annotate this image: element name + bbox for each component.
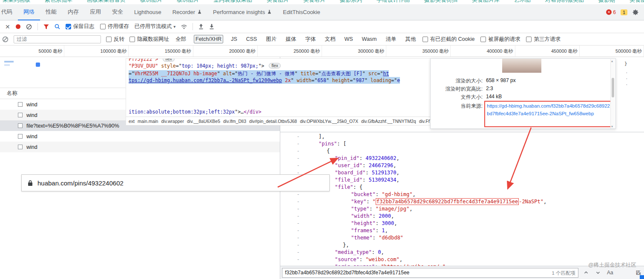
- console-error-badge[interactable]: ✕ 6: [606, 9, 616, 15]
- fold-marker[interactable]: -: [296, 198, 301, 205]
- console-warning-badge[interactable]: 1: [621, 9, 627, 15]
- devtools-tab-sources[interactable]: 代码: [0, 4, 18, 20]
- devtools-tab-application[interactable]: 应用: [84, 4, 106, 20]
- match-case-button[interactable]: Aa: [606, 269, 615, 276]
- import-har-icon[interactable]: [198, 24, 204, 29]
- elements-code-line[interactable]: ition:absolute;bottom:32px;left:32px">…<…: [126, 108, 430, 115]
- hide-data-urls-toggle[interactable]: 隐藏数据网址: [129, 36, 169, 43]
- devtools-tab-security[interactable]: 安全: [106, 4, 129, 20]
- filter-toggle-blocked-requests[interactable]: 被屏蔽的请求: [480, 36, 520, 43]
- fold-marker[interactable]: -: [296, 148, 301, 155]
- breadcrumb-item[interactable]: main.main: [138, 119, 158, 124]
- filter-toggle-third-party[interactable]: 第三方请求: [526, 36, 561, 43]
- elements-code-line[interactable]: "P3UV_DUU" style="top: 104px; height: 98…: [126, 63, 430, 69]
- scroll-down-icon[interactable]: ▾: [611, 125, 613, 128]
- background-page-link[interactable]: 手绘设计作品: [377, 0, 410, 4]
- background-page-link[interactable]: 艺术图: [514, 0, 531, 4]
- background-page-link[interactable]: 画板采集自首页: [87, 0, 126, 4]
- background-page-link[interactable]: 美食名片: [303, 0, 325, 4]
- throttling-select[interactable]: 已停用节流模式 ▾: [135, 23, 176, 30]
- devtools-tab-performance[interactable]: 性能: [40, 4, 62, 20]
- network-conditions-icon[interactable]: [181, 24, 187, 29]
- search-input[interactable]: [282, 268, 578, 277]
- filter-input[interactable]: [14, 35, 101, 43]
- background-page-link[interactable]: 摄影期: [598, 0, 615, 4]
- background-page-link[interactable]: 板绣图片: [140, 0, 162, 4]
- request-type-filter-css[interactable]: CSS: [245, 35, 259, 43]
- breadcrumb-item[interactable]: div.__8aU6XBe5: [187, 119, 220, 124]
- request-type-filter-other[interactable]: 其他: [404, 35, 417, 44]
- devtools-tab-memory[interactable]: 内存: [62, 4, 84, 20]
- request-type-filter-font[interactable]: 字体: [304, 35, 317, 44]
- disable-cache-toggle[interactable]: 停用缓存: [100, 23, 129, 30]
- request-type-filter-js[interactable]: JS: [230, 35, 239, 43]
- search-icon[interactable]: [55, 24, 60, 29]
- fold-marker[interactable]: -: [296, 227, 301, 234]
- fold-marker[interactable]: -: [296, 220, 301, 227]
- background-page-link[interactable]: 对着你的微笑图: [545, 0, 584, 4]
- request-type-filter-all[interactable]: 全部: [174, 35, 187, 44]
- scroll-up-icon[interactable]: ▴: [611, 59, 613, 63]
- request-type-filter-img[interactable]: 图片: [264, 35, 278, 44]
- elements-code-line[interactable]: ="VhrMZ55M __7I2QN7oJ hb-image" alt="热门 …: [126, 70, 430, 77]
- background-page-link[interactable]: 采集到画板: [3, 0, 30, 4]
- devtools-tab-performance-insights[interactable]: Performance insights: [207, 4, 277, 20]
- devtools-tab-network[interactable]: 网络: [18, 4, 40, 20]
- background-page-link[interactable]: 美食图片库: [472, 0, 500, 4]
- next-match-button[interactable]: [594, 268, 602, 277]
- background-page-link[interactable]: 板绣图片: [177, 0, 199, 4]
- fold-marker[interactable]: -: [296, 242, 301, 249]
- scrollbar-thumb[interactable]: [612, 78, 614, 97]
- breadcrumb-item[interactable]: ext: [129, 119, 135, 124]
- fold-marker[interactable]: -: [296, 191, 301, 198]
- filter-funnel-icon[interactable]: [43, 24, 49, 29]
- request-type-filter-ws[interactable]: WS: [343, 35, 354, 43]
- fold-marker[interactable]: -: [296, 140, 301, 148]
- fold-marker[interactable]: -: [296, 256, 301, 263]
- close-icon[interactable]: ✕: [5, 24, 10, 30]
- previous-match-button[interactable]: [582, 268, 590, 277]
- request-row[interactable]: wind: [0, 131, 280, 142]
- fold-marker[interactable]: -: [296, 249, 301, 256]
- devtools-tab-editthiscookie[interactable]: EditThisCookie: [277, 4, 325, 20]
- fold-marker[interactable]: -: [296, 213, 301, 220]
- elements-code-line[interactable]: tps://gd-hbimg.huaban.com/f32bb7a…-2NaSP…: [126, 77, 430, 84]
- tooltip-scrollbar[interactable]: ▴ ▾: [610, 59, 615, 128]
- background-page-link[interactable]: 紫色系仙草: [45, 0, 72, 4]
- request-type-filter-manifest[interactable]: 清单: [385, 35, 398, 44]
- fold-marker[interactable]: -: [296, 205, 301, 213]
- background-page-link[interactable]: 美食图片: [630, 0, 644, 4]
- background-page-link[interactable]: 美食图片: [267, 0, 289, 4]
- breadcrumb-item[interactable]: div.lfm_DlI3: [223, 119, 246, 124]
- request-type-filter-doc[interactable]: 文档: [323, 35, 336, 44]
- settings-gear-icon[interactable]: [632, 9, 639, 16]
- devtools-tab-recorder[interactable]: Recorder: [167, 4, 207, 20]
- devtools-tab-lighthouse[interactable]: Lighthouse: [129, 4, 167, 20]
- response-json-viewer[interactable]: -],-"pins": [-{-"pin_id": 4932240602,-"u…: [280, 132, 644, 266]
- clear-network-log-icon[interactable]: [26, 24, 32, 30]
- background-page-link[interactable]: 室内装修效果图: [213, 0, 252, 4]
- request-type-filter-fetch-xhr[interactable]: Fetch/XHR: [194, 35, 223, 43]
- preserve-log-toggle[interactable]: 保留日志: [66, 23, 95, 30]
- request-type-filter-media[interactable]: 媒体: [284, 35, 297, 44]
- breadcrumb-item[interactable]: div.OPWXbLYw.__25k0_O7X: [300, 119, 358, 124]
- invert-filter-toggle[interactable]: 反转: [106, 36, 124, 43]
- fold-marker[interactable]: -: [296, 162, 301, 169]
- record-icon[interactable]: [16, 24, 20, 29]
- breadcrumb-item[interactable]: div#pin_detail.Otbv5J68: [249, 119, 297, 124]
- fold-marker[interactable]: -: [296, 155, 301, 162]
- request-type-filter-wasm[interactable]: Wasm: [361, 35, 378, 43]
- image-source-link[interactable]: https://gd-hbimg.huaban.com/f32bb7a4b657…: [487, 102, 610, 117]
- fold-marker[interactable]: -: [296, 234, 301, 242]
- request-row[interactable]: wind: [0, 142, 280, 152]
- timeline-ruler[interactable]: 50000 毫秒100000 毫秒150000 毫秒200000 毫秒25000…: [0, 46, 644, 57]
- export-har-icon[interactable]: [209, 24, 214, 29]
- background-page-link[interactable]: 摄影美食街拍: [424, 0, 457, 4]
- fold-marker[interactable]: -: [296, 133, 301, 140]
- elements-code-line[interactable]: Ff7Jyz22"> flex: [126, 58, 430, 63]
- breadcrumb-item[interactable]: div.Ff7Jyz22: [419, 119, 430, 124]
- breadcrumb-item[interactable]: div.wrapper: [161, 119, 184, 124]
- breadcrumb-item[interactable]: div.GfbAzzhf.__TNNYTM2q: [361, 119, 416, 124]
- filter-toggle-blocked-cookies[interactable]: 有已拦截的 Cookie: [423, 36, 475, 43]
- background-page-link[interactable]: 摄影系列: [340, 0, 362, 4]
